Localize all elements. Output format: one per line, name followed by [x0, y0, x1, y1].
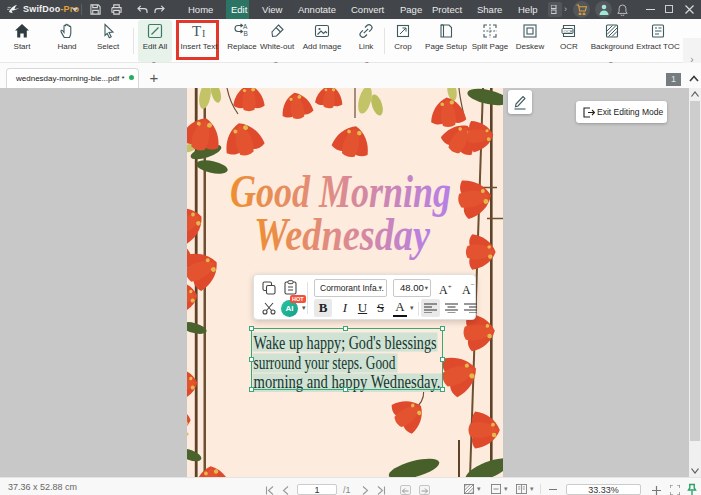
svg-text:A: A: [243, 23, 248, 30]
svg-text:I: I: [202, 28, 205, 39]
svg-text:Wednesday: Wednesday: [254, 209, 430, 260]
svg-text:T: T: [192, 23, 201, 39]
svg-text:B: B: [244, 30, 248, 37]
svg-text:OCR: OCR: [564, 29, 573, 34]
